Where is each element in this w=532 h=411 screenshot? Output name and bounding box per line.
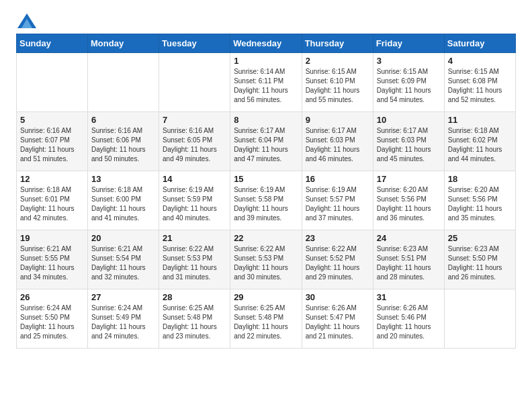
day-number: 2 [306, 56, 369, 66]
day-info: Sunrise: 6:22 AM Sunset: 5:53 PM Dayligh… [234, 244, 298, 282]
day-of-week-header: Wednesday [230, 34, 302, 53]
day-of-week-header: Friday [373, 34, 444, 53]
day-info: Sunrise: 6:23 AM Sunset: 5:51 PM Dayligh… [377, 244, 441, 282]
day-number: 11 [448, 115, 512, 125]
day-number: 1 [234, 56, 298, 66]
day-number: 10 [377, 115, 441, 125]
day-number: 27 [91, 292, 155, 302]
day-info: Sunrise: 6:20 AM Sunset: 5:56 PM Dayligh… [377, 185, 441, 223]
day-of-week-header: Sunday [17, 34, 88, 53]
day-info: Sunrise: 6:22 AM Sunset: 5:53 PM Dayligh… [163, 244, 226, 282]
calendar-cell: 21Sunrise: 6:22 AM Sunset: 5:53 PM Dayli… [159, 230, 230, 289]
day-info: Sunrise: 6:18 AM Sunset: 6:00 PM Dayligh… [91, 185, 155, 223]
day-number: 8 [234, 115, 298, 125]
day-info: Sunrise: 6:14 AM Sunset: 6:11 PM Dayligh… [234, 67, 298, 105]
calendar-cell: 7Sunrise: 6:16 AM Sunset: 6:05 PM Daylig… [159, 112, 230, 171]
calendar-cell: 15Sunrise: 6:19 AM Sunset: 5:58 PM Dayli… [230, 171, 302, 230]
calendar-cell: 12Sunrise: 6:18 AM Sunset: 6:01 PM Dayli… [17, 171, 88, 230]
day-info: Sunrise: 6:21 AM Sunset: 5:55 PM Dayligh… [20, 244, 84, 282]
day-info: Sunrise: 6:16 AM Sunset: 6:06 PM Dayligh… [91, 126, 155, 164]
calendar-week-row: 1Sunrise: 6:14 AM Sunset: 6:11 PM Daylig… [17, 53, 516, 112]
calendar-cell [159, 53, 230, 112]
day-of-week-header: Tuesday [159, 34, 230, 53]
day-number: 6 [91, 115, 155, 125]
day-number: 18 [448, 174, 512, 184]
calendar-cell: 26Sunrise: 6:24 AM Sunset: 5:50 PM Dayli… [17, 289, 88, 349]
day-info: Sunrise: 6:16 AM Sunset: 6:05 PM Dayligh… [163, 126, 226, 164]
day-info: Sunrise: 6:18 AM Sunset: 6:01 PM Dayligh… [20, 185, 84, 223]
calendar-cell: 5Sunrise: 6:16 AM Sunset: 6:07 PM Daylig… [17, 112, 88, 171]
calendar-cell: 28Sunrise: 6:25 AM Sunset: 5:48 PM Dayli… [159, 289, 230, 349]
day-info: Sunrise: 6:19 AM Sunset: 5:58 PM Dayligh… [234, 185, 298, 223]
calendar-cell: 17Sunrise: 6:20 AM Sunset: 5:56 PM Dayli… [373, 171, 444, 230]
day-number: 26 [20, 292, 84, 302]
day-info: Sunrise: 6:26 AM Sunset: 5:47 PM Dayligh… [306, 304, 369, 341]
day-of-week-header: Thursday [302, 34, 373, 53]
day-info: Sunrise: 6:22 AM Sunset: 5:52 PM Dayligh… [306, 244, 369, 282]
day-info: Sunrise: 6:23 AM Sunset: 5:50 PM Dayligh… [448, 244, 512, 282]
day-info: Sunrise: 6:25 AM Sunset: 5:48 PM Dayligh… [234, 304, 298, 341]
day-info: Sunrise: 6:18 AM Sunset: 6:02 PM Dayligh… [448, 126, 512, 164]
day-info: Sunrise: 6:15 AM Sunset: 6:09 PM Dayligh… [377, 67, 441, 105]
logo [16, 13, 36, 26]
day-number: 17 [377, 174, 441, 184]
day-info: Sunrise: 6:21 AM Sunset: 5:54 PM Dayligh… [91, 244, 155, 282]
day-number: 25 [448, 233, 512, 243]
calendar-cell: 8Sunrise: 6:17 AM Sunset: 6:04 PM Daylig… [230, 112, 302, 171]
calendar-cell: 24Sunrise: 6:23 AM Sunset: 5:51 PM Dayli… [373, 230, 444, 289]
calendar-cell: 10Sunrise: 6:17 AM Sunset: 6:03 PM Dayli… [373, 112, 444, 171]
calendar-cell: 2Sunrise: 6:15 AM Sunset: 6:10 PM Daylig… [302, 53, 373, 112]
calendar-cell: 29Sunrise: 6:25 AM Sunset: 5:48 PM Dayli… [230, 289, 302, 349]
day-info: Sunrise: 6:17 AM Sunset: 6:03 PM Dayligh… [306, 126, 369, 164]
calendar-cell: 23Sunrise: 6:22 AM Sunset: 5:52 PM Dayli… [302, 230, 373, 289]
calendar-cell: 6Sunrise: 6:16 AM Sunset: 6:06 PM Daylig… [88, 112, 159, 171]
day-of-week-header: Saturday [444, 34, 515, 53]
day-number: 24 [377, 233, 441, 243]
calendar-cell: 20Sunrise: 6:21 AM Sunset: 5:54 PM Dayli… [88, 230, 159, 289]
calendar-cell: 11Sunrise: 6:18 AM Sunset: 6:02 PM Dayli… [444, 112, 515, 171]
calendar-week-row: 26Sunrise: 6:24 AM Sunset: 5:50 PM Dayli… [17, 289, 516, 349]
day-number: 29 [234, 292, 298, 302]
day-number: 5 [20, 115, 84, 125]
day-number: 19 [20, 233, 84, 243]
day-number: 22 [234, 233, 298, 243]
day-number: 30 [306, 292, 369, 302]
day-number: 9 [306, 115, 369, 125]
day-number: 3 [377, 56, 441, 66]
day-info: Sunrise: 6:17 AM Sunset: 6:04 PM Dayligh… [234, 126, 298, 164]
day-number: 16 [306, 174, 369, 184]
day-number: 4 [448, 56, 512, 66]
calendar-cell: 1Sunrise: 6:14 AM Sunset: 6:11 PM Daylig… [230, 53, 302, 112]
calendar-cell: 18Sunrise: 6:20 AM Sunset: 5:56 PM Dayli… [444, 171, 515, 230]
day-info: Sunrise: 6:16 AM Sunset: 6:07 PM Dayligh… [20, 126, 84, 164]
day-number: 7 [163, 115, 226, 125]
day-info: Sunrise: 6:24 AM Sunset: 5:50 PM Dayligh… [20, 304, 84, 341]
day-number: 31 [377, 292, 441, 302]
calendar-table: SundayMondayTuesdayWednesdayThursdayFrid… [16, 34, 516, 349]
calendar-cell [17, 53, 88, 112]
logo-icon [17, 13, 36, 28]
day-number: 14 [163, 174, 226, 184]
calendar-cell: 25Sunrise: 6:23 AM Sunset: 5:50 PM Dayli… [444, 230, 515, 289]
day-number: 12 [20, 174, 84, 184]
calendar-cell: 16Sunrise: 6:19 AM Sunset: 5:57 PM Dayli… [302, 171, 373, 230]
day-info: Sunrise: 6:19 AM Sunset: 5:59 PM Dayligh… [163, 185, 226, 223]
day-number: 23 [306, 233, 369, 243]
day-number: 20 [91, 233, 155, 243]
day-info: Sunrise: 6:24 AM Sunset: 5:49 PM Dayligh… [91, 304, 155, 341]
day-info: Sunrise: 6:19 AM Sunset: 5:57 PM Dayligh… [306, 185, 369, 223]
calendar-cell: 3Sunrise: 6:15 AM Sunset: 6:09 PM Daylig… [373, 53, 444, 112]
day-info: Sunrise: 6:26 AM Sunset: 5:46 PM Dayligh… [377, 304, 441, 341]
calendar-header-row: SundayMondayTuesdayWednesdayThursdayFrid… [17, 34, 516, 53]
calendar-cell: 9Sunrise: 6:17 AM Sunset: 6:03 PM Daylig… [302, 112, 373, 171]
calendar-cell: 30Sunrise: 6:26 AM Sunset: 5:47 PM Dayli… [302, 289, 373, 349]
day-info: Sunrise: 6:20 AM Sunset: 5:56 PM Dayligh… [448, 185, 512, 223]
calendar-cell: 14Sunrise: 6:19 AM Sunset: 5:59 PM Dayli… [159, 171, 230, 230]
calendar-cell: 22Sunrise: 6:22 AM Sunset: 5:53 PM Dayli… [230, 230, 302, 289]
day-info: Sunrise: 6:17 AM Sunset: 6:03 PM Dayligh… [377, 126, 441, 164]
day-number: 13 [91, 174, 155, 184]
calendar-cell: 13Sunrise: 6:18 AM Sunset: 6:00 PM Dayli… [88, 171, 159, 230]
calendar-week-row: 19Sunrise: 6:21 AM Sunset: 5:55 PM Dayli… [17, 230, 516, 289]
page: SundayMondayTuesdayWednesdayThursdayFrid… [0, 0, 532, 362]
calendar-cell: 27Sunrise: 6:24 AM Sunset: 5:49 PM Dayli… [88, 289, 159, 349]
